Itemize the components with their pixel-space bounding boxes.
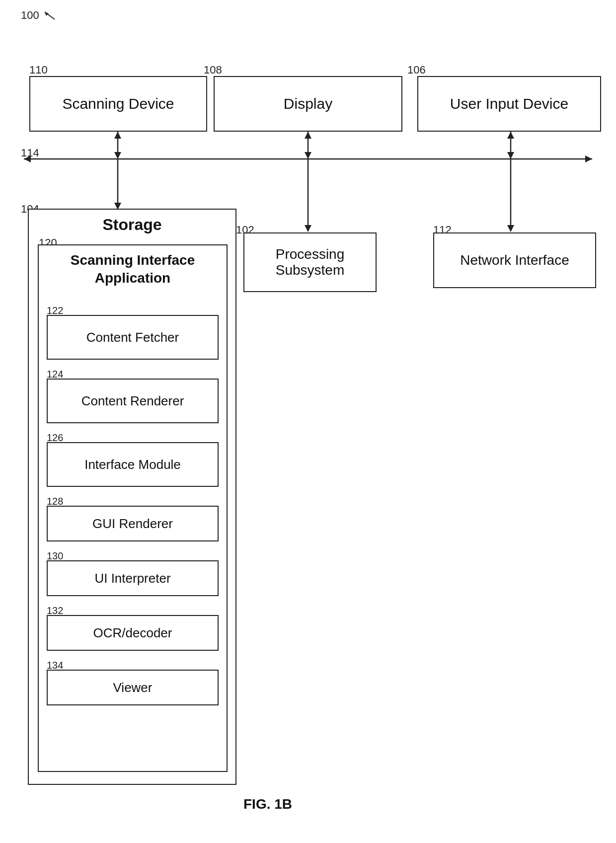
svg-marker-5	[114, 132, 121, 139]
storage-title: Storage	[29, 216, 235, 234]
svg-marker-4	[114, 152, 121, 159]
gui-renderer-box: GUI Renderer	[47, 506, 219, 541]
svg-marker-11	[507, 132, 514, 139]
content-fetcher-box: Content Fetcher	[47, 315, 219, 360]
ocr-decoder-box: OCR/decoder	[47, 615, 219, 651]
svg-marker-7	[305, 152, 311, 159]
svg-marker-8	[305, 132, 311, 139]
svg-marker-2	[585, 155, 592, 162]
diagram-root: 100 110 Scanning Device 108 Display 106 …	[0, 0, 616, 843]
svg-marker-15	[305, 225, 311, 232]
interface-module-box: Interface Module	[47, 442, 219, 487]
ref-100: 100	[21, 9, 39, 22]
user-input-device-box: User Input Device	[417, 76, 601, 132]
ui-interpreter-box: UI Interpreter	[47, 560, 219, 596]
ref-110: 110	[29, 64, 48, 77]
ref-106: 106	[407, 64, 426, 77]
ref-114: 114	[21, 147, 39, 159]
processing-subsystem-box: Processing Subsystem	[243, 232, 377, 292]
fig-label: FIG. 1B	[243, 796, 292, 812]
scanning-device-box: Scanning Device	[29, 76, 207, 132]
network-interface-box: Network Interface	[433, 232, 596, 288]
display-box: Display	[214, 76, 402, 132]
viewer-box: Viewer	[47, 670, 219, 705]
scanning-interface-app-box: Scanning Interface Application 122 Conte…	[38, 244, 228, 772]
arrow-100	[40, 7, 65, 22]
svg-marker-19	[45, 12, 49, 16]
svg-marker-17	[507, 225, 514, 232]
storage-outer-box: Storage 120 Scanning Interface Applicati…	[28, 209, 236, 785]
content-renderer-box: Content Renderer	[47, 379, 219, 423]
svg-marker-10	[507, 152, 514, 159]
scanning-interface-app-title: Scanning Interface Application	[39, 251, 227, 288]
ref-108: 108	[204, 64, 222, 77]
